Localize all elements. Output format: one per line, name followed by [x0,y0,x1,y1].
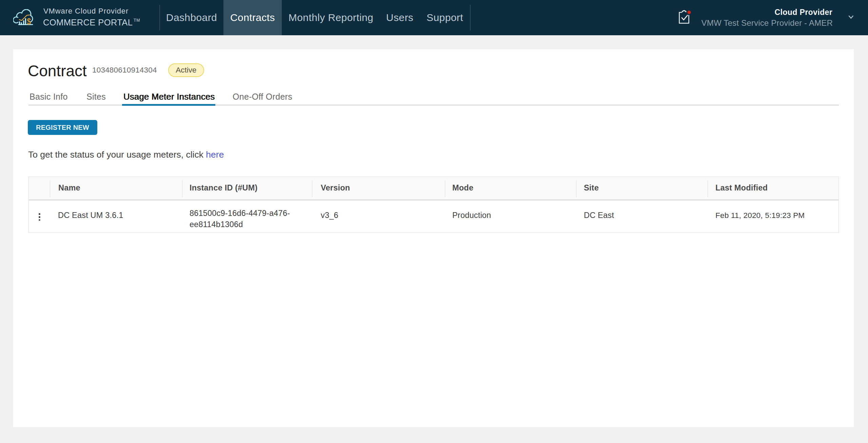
svg-text:$: $ [27,17,31,25]
